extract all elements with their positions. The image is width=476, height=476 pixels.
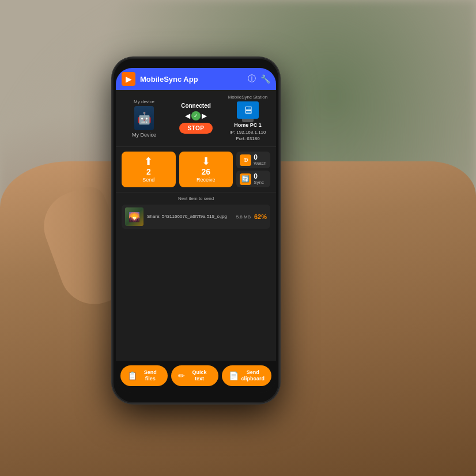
sync-icon: 🔄 <box>240 173 251 185</box>
station-info: IP: 192.168.1.110 Port: 63180 <box>229 129 266 142</box>
send-count: 2 <box>146 168 151 176</box>
arrow-left-icon: ◀ <box>185 112 190 120</box>
watch-label: Watch <box>254 161 266 166</box>
send-files-label: Send files <box>140 369 161 382</box>
connection-status: Connected <box>181 103 211 109</box>
watch-icon: ⊕ <box>240 154 251 166</box>
app-logo: ▶ <box>122 72 135 86</box>
sync-info: 0 Sync <box>254 173 264 185</box>
receive-count: 26 <box>202 168 211 176</box>
station-col: MobileSync Station 🖥 Home PC 1 IP: 192.1… <box>225 95 270 142</box>
file-progress: 62% <box>254 213 267 220</box>
my-device-label: My device <box>134 99 154 104</box>
app-title: MobileSync App <box>140 75 243 84</box>
my-device-name: My Device <box>132 132 156 138</box>
watch-count: 0 <box>254 154 266 161</box>
send-clipboard-button[interactable]: 📄 Send clipboard <box>222 365 272 386</box>
send-icon: ⬆ <box>144 155 153 168</box>
stats-section: ⬆ 2 Send ⬇ 26 Receive ⊕ 0 Watc <box>116 147 276 192</box>
watch-sync-group: ⊕ 0 Watch 🔄 0 Sync <box>236 152 270 187</box>
quick-text-button[interactable]: ✏ Quick text <box>171 365 218 386</box>
receive-label: Receive <box>197 177 216 183</box>
sync-count: 0 <box>254 173 264 180</box>
send-clipboard-icon: 📄 <box>229 371 239 380</box>
connection-section: My device 🤖 My Device Connected ◀ ✓ ▶ ST… <box>116 90 276 147</box>
connection-center: Connected ◀ ✓ ▶ STOP <box>169 103 223 134</box>
station-ip: IP: 192.168.1.110 <box>229 130 266 135</box>
file-size: 5.8 MB <box>236 214 251 220</box>
station-label: MobileSync Station <box>228 95 267 100</box>
quick-text-icon: ✏ <box>178 371 185 380</box>
header-icons: ⓘ 🔧 <box>248 74 270 84</box>
next-item-title: Next item to send <box>122 196 270 201</box>
watch-stat[interactable]: ⊕ 0 Watch <box>236 152 270 168</box>
watch-info: 0 Watch <box>254 154 266 166</box>
settings-icon[interactable]: 🔧 <box>260 74 270 84</box>
android-icon: 🤖 <box>134 106 154 130</box>
send-files-button[interactable]: 📋 Send files <box>120 365 168 386</box>
phone-screen: ▶ MobileSync App ⓘ 🔧 My device 🤖 My Devi… <box>116 68 276 393</box>
check-icon: ✓ <box>191 111 201 120</box>
scene: ▶ MobileSync App ⓘ 🔧 My device 🤖 My Devi… <box>0 0 476 476</box>
quick-text-label: Quick text <box>188 369 211 382</box>
phone-notch <box>190 62 202 66</box>
app-header: ▶ MobileSync App ⓘ 🔧 <box>116 68 276 90</box>
sync-label: Sync <box>254 180 264 185</box>
next-item-section: Next item to send 🌄 Share: 5431166070_a6… <box>116 192 276 361</box>
connection-arrows: ◀ ✓ ▶ <box>185 111 207 120</box>
stop-button[interactable]: STOP <box>179 123 212 134</box>
bottom-buttons: 📋 Send files ✏ Quick text 📄 Send clipboa… <box>116 361 276 393</box>
station-name: Home PC 1 <box>234 122 262 128</box>
file-thumbnail: 🌄 <box>125 207 143 226</box>
send-label: Send <box>142 177 154 183</box>
station-port: Port: 63180 <box>236 136 259 141</box>
send-files-icon: 📋 <box>127 371 137 380</box>
send-clipboard-label: Send clipboard <box>241 369 265 382</box>
receive-card[interactable]: ⬇ 26 Receive <box>179 152 233 187</box>
receive-icon: ⬇ <box>202 155 210 168</box>
phone-shell: ▶ MobileSync App ⓘ 🔧 My device 🤖 My Devi… <box>112 58 279 403</box>
arrow-right-icon: ▶ <box>202 112 207 120</box>
sync-stat[interactable]: 🔄 0 Sync <box>236 171 270 187</box>
file-name: Share: 5431166070_a6f7f9a 519_o.jpg <box>147 214 233 220</box>
pc-icon-wrapper: 🖥 <box>237 101 259 122</box>
info-icon[interactable]: ⓘ <box>248 74 256 84</box>
file-row: 🌄 Share: 5431166070_a6f7f9a 519_o.jpg 5.… <box>122 205 270 229</box>
my-device-col: My device 🤖 My Device <box>122 99 167 138</box>
send-card[interactable]: ⬆ 2 Send <box>122 152 176 187</box>
pc-icon: 🖥 <box>237 101 259 119</box>
